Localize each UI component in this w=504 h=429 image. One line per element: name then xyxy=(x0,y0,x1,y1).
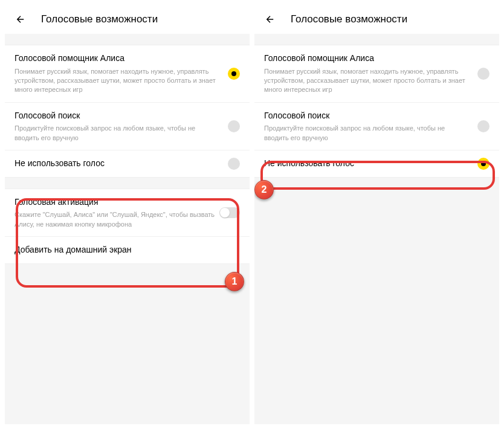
arrow-left-icon xyxy=(15,14,26,25)
voice-options-group: Голосовой помощник Алиса Понимает русски… xyxy=(254,45,499,178)
row-title: Голосовая активация xyxy=(15,196,216,208)
option-title: Голосовой помощник Алиса xyxy=(15,53,216,65)
option-novoice[interactable]: Не использовать голос xyxy=(254,150,499,177)
option-search[interactable]: Голосовой поиск Продиктуйте поисковый за… xyxy=(254,102,499,150)
add-home-row[interactable]: Добавить на домашний экран xyxy=(5,236,250,263)
voice-activation-row[interactable]: Голосовая активация Скажите "Слушай, Али… xyxy=(5,189,250,236)
annotation-badge: 1 xyxy=(225,272,244,291)
row-desc: Скажите "Слушай, Алиса" или "Слушай, Янд… xyxy=(15,210,216,229)
header: Голосовые возможности xyxy=(254,5,499,34)
radio[interactable] xyxy=(477,68,489,80)
radio[interactable] xyxy=(477,120,489,132)
option-desc: Понимает русский язык, помогает находить… xyxy=(264,67,465,95)
option-title: Голосовой поиск xyxy=(264,110,465,122)
screen-left: Голосовые возможности Голосовой помощник… xyxy=(5,5,250,424)
option-desc: Продиктуйте поисковый запрос на любом яз… xyxy=(15,124,216,143)
screen-right: Голосовые возможности Голосовой помощник… xyxy=(254,5,499,424)
activation-group: Голосовая активация Скажите "Слушай, Али… xyxy=(5,189,250,264)
radio-selected[interactable] xyxy=(228,68,240,80)
option-desc: Понимает русский язык, помогает находить… xyxy=(15,67,216,95)
option-desc: Продиктуйте поисковый запрос на любом яз… xyxy=(264,124,465,143)
toggle-off[interactable] xyxy=(219,207,240,218)
option-alisa[interactable]: Голосовой помощник Алиса Понимает русски… xyxy=(254,45,499,102)
back-button[interactable] xyxy=(264,13,276,25)
back-button[interactable] xyxy=(15,13,27,25)
annotation-badge: 2 xyxy=(254,180,274,199)
option-search[interactable]: Голосовой поиск Продиктуйте поисковый за… xyxy=(5,102,250,150)
header: Голосовые возможности xyxy=(5,5,250,34)
radio-selected[interactable] xyxy=(477,158,489,170)
row-title: Добавить на домашний экран xyxy=(15,244,216,256)
page-title: Голосовые возможности xyxy=(291,13,407,25)
page-title: Голосовые возможности xyxy=(41,13,158,25)
voice-options-group: Голосовой помощник Алиса Понимает русски… xyxy=(5,45,250,178)
radio[interactable] xyxy=(228,120,240,132)
option-title: Не использовать голос xyxy=(15,158,216,170)
option-novoice[interactable]: Не использовать голос xyxy=(5,150,250,177)
option-alisa[interactable]: Голосовой помощник Алиса Понимает русски… xyxy=(5,45,250,102)
radio[interactable] xyxy=(228,158,240,170)
arrow-left-icon xyxy=(265,14,276,25)
option-title: Не использовать голос xyxy=(264,158,465,170)
option-title: Голосовой поиск xyxy=(15,110,216,122)
option-title: Голосовой помощник Алиса xyxy=(264,53,465,65)
